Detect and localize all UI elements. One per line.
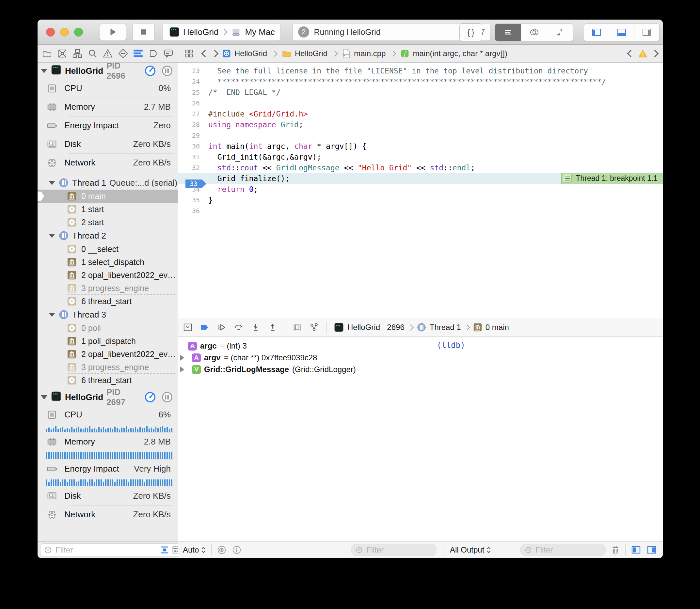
gauge-row[interactable]: NetworkZero KB/s	[37, 153, 178, 172]
line-number[interactable]: 24	[178, 78, 208, 86]
filter-flattened-button[interactable]	[160, 545, 169, 555]
console-scope-popup[interactable]: All Output	[450, 545, 491, 555]
line-number[interactable]: 35	[178, 196, 208, 204]
next-issue-button[interactable]	[651, 50, 659, 57]
gauge-memory[interactable]: Memory2.8 MB	[37, 432, 178, 451]
source-control-navigator-tab[interactable]	[57, 48, 68, 59]
report-navigator-tab[interactable]	[163, 48, 174, 59]
breadcrumb-file[interactable]: c++ main.cpp	[342, 49, 386, 58]
project-navigator-tab[interactable]	[41, 48, 53, 59]
code-line[interactable]: 23 See the full license in the file "LIC…	[178, 65, 663, 76]
step-over-button[interactable]	[234, 323, 243, 332]
scheme-selector[interactable]: HelloGrid My Mac	[163, 23, 281, 41]
gauge-row[interactable]: Energy ImpactZero	[37, 116, 178, 135]
gauge-network[interactable]: NetworkZero KB/s	[37, 505, 178, 524]
clear-console-button[interactable]	[611, 545, 620, 555]
stack-frame-row[interactable]: 6 thread_start	[37, 374, 178, 387]
assistant-editor-button[interactable]	[521, 24, 547, 41]
gauge-row[interactable]: Memory2.8 MB	[37, 432, 178, 459]
variable-row[interactable]: Aargc= (int) 3	[178, 340, 432, 352]
code-line[interactable]: 34 return 0;	[178, 184, 663, 194]
info-button[interactable]	[232, 545, 242, 555]
code-line[interactable]: 29	[178, 130, 663, 141]
gauge-cpu[interactable]: CPU6%	[37, 405, 178, 424]
disclosure-triangle-icon[interactable]	[49, 181, 55, 185]
disclosure-triangle-icon[interactable]	[49, 234, 55, 238]
breakpoint-navigator-tab[interactable]	[148, 48, 159, 59]
debug-navigator-tab[interactable]	[133, 48, 144, 59]
stack-frame-row[interactable]: 2 opal_libevent2022_ev…	[37, 348, 178, 361]
code-line[interactable]: 32 std::cout << GridLogMessage << "Hello…	[178, 162, 663, 173]
line-number[interactable]: 34	[178, 185, 208, 193]
code-line[interactable]: 36	[178, 205, 663, 216]
variables-view[interactable]: Aargc= (int) 3Aargv= (char **) 0x7ffee90…	[178, 337, 432, 541]
gauge-button[interactable]	[144, 391, 156, 403]
symbol-navigator-tab[interactable]	[72, 48, 83, 59]
code-line[interactable]: 31 Grid_init(&argc,&argv);	[178, 152, 663, 162]
navigator-filter-field[interactable]	[40, 543, 196, 556]
gauge-button[interactable]	[144, 65, 156, 77]
gauge-row[interactable]: CPU6%	[37, 405, 178, 432]
stop-button[interactable]	[133, 23, 155, 41]
code-line[interactable]: 26	[178, 98, 663, 108]
stack-frame-row[interactable]: 0 poll	[37, 321, 178, 334]
breadcrumb-project[interactable]: HelloGrid	[222, 49, 267, 58]
close-button[interactable]	[46, 28, 55, 37]
hide-debug-area-button[interactable]	[183, 323, 193, 332]
debug-process-label[interactable]: HelloGrid - 2696	[347, 323, 405, 332]
gauge-row[interactable]: CPU0%	[37, 79, 178, 98]
related-items-button[interactable]	[184, 48, 194, 59]
stack-frame-row[interactable]: 1 start	[37, 203, 178, 216]
line-number[interactable]: 25	[178, 88, 208, 96]
gauge-disk[interactable]: DiskZero KB/s	[37, 135, 178, 153]
code-line[interactable]: 24 *************************************…	[178, 76, 663, 87]
view-hierarchy-button[interactable]	[292, 323, 302, 332]
gauge-memory[interactable]: Memory2.7 MB	[37, 98, 178, 116]
stack-frame-row[interactable]: 3 progress_engine	[37, 361, 178, 374]
gauge-disk[interactable]: DiskZero KB/s	[37, 487, 178, 505]
toggle-variables-view-button[interactable]	[631, 545, 641, 555]
process-header[interactable]: HelloGridPID 2696	[37, 63, 178, 79]
gauge-energy[interactable]: Energy ImpactZero	[37, 116, 178, 135]
gauge-cpu[interactable]: CPU0%	[37, 79, 178, 98]
disclosure-triangle-icon[interactable]	[180, 355, 188, 361]
code-line[interactable]: 25/* END LEGAL */	[178, 87, 663, 98]
minimize-button[interactable]	[60, 28, 69, 37]
gauge-row[interactable]: DiskZero KB/s	[37, 135, 178, 153]
disclosure-triangle-icon[interactable]	[41, 395, 47, 399]
line-number[interactable]: 36	[178, 207, 208, 215]
breadcrumb-symbol[interactable]: f main(int argc, char * argv[])	[400, 49, 507, 58]
thread-header-2[interactable]: Thread 2	[37, 229, 178, 243]
memory-graph-button[interactable]	[309, 323, 319, 332]
go-forward-button[interactable]	[211, 50, 219, 57]
gauge-row[interactable]: Energy ImpactVery High	[37, 459, 178, 487]
gauge-network[interactable]: NetworkZero KB/s	[37, 153, 178, 172]
line-number[interactable]: 31	[178, 153, 208, 161]
columns-button[interactable]	[161, 391, 173, 403]
console-view[interactable]: (lldb)	[432, 337, 663, 541]
variable-row[interactable]: VGrid::GridLogMessage(Grid::GridLogger)	[178, 364, 432, 375]
source-editor[interactable]: 23 See the full license in the file "LIC…	[178, 63, 663, 318]
toggle-console-view-button[interactable]	[647, 545, 657, 555]
warning-icon[interactable]	[638, 49, 648, 58]
continue-button[interactable]	[217, 323, 226, 332]
go-back-button[interactable]	[202, 50, 209, 57]
test-navigator-tab[interactable]	[118, 48, 129, 59]
zoom-button[interactable]	[74, 28, 83, 37]
stack-frame-row[interactable]: 3 progress_engine	[37, 282, 178, 295]
thread-header-1[interactable]: Thread 1Queue:...d (serial)	[37, 176, 178, 190]
gauge-energy[interactable]: Energy ImpactVery High	[37, 459, 178, 478]
breakpoints-toggle-button[interactable]	[200, 323, 210, 332]
toggle-inspectors-button[interactable]	[634, 24, 659, 41]
columns-button[interactable]	[161, 65, 173, 77]
line-number[interactable]: 28	[178, 121, 208, 128]
step-into-button[interactable]	[251, 323, 260, 332]
stack-frame-row[interactable]: 2 start	[37, 216, 178, 229]
line-number[interactable]: 27	[178, 110, 208, 118]
stack-frame-row[interactable]: 0 main	[37, 190, 178, 203]
variable-row[interactable]: Aargv= (char **) 0x7ffee9039c28	[178, 352, 432, 364]
code-line[interactable]: 28using namespace Grid;	[178, 119, 663, 130]
step-out-button[interactable]	[268, 323, 277, 332]
console-filter-input[interactable]	[535, 545, 601, 555]
code-line[interactable]: 35}	[178, 194, 663, 205]
